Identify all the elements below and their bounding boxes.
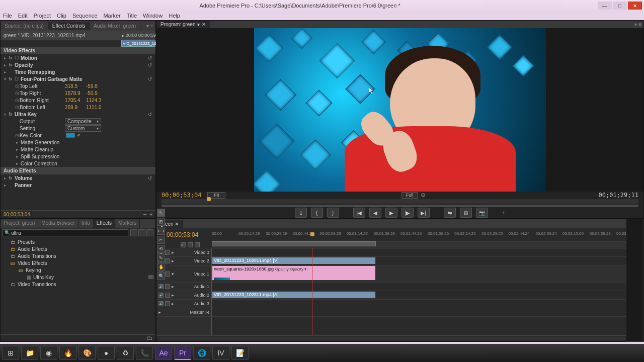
zoom-in-icon[interactable]: + <box>149 212 152 217</box>
twirl-icon[interactable]: ▸ <box>158 310 161 315</box>
start-button[interactable]: ⊞ <box>2 346 19 360</box>
folder-video-effects[interactable]: Video Effects <box>18 260 47 266</box>
track-mute-toggle[interactable]: 🔊 <box>158 284 164 289</box>
track-select-tool[interactable]: ⊞ <box>157 218 165 226</box>
extract-button[interactable]: ⊞ <box>460 208 472 218</box>
work-area[interactable] <box>212 241 376 246</box>
fx-badge-icon[interactable]: fx <box>8 76 14 81</box>
effect-panner[interactable]: Panner <box>14 183 153 188</box>
fx-badge-icon[interactable]: fx <box>8 112 14 117</box>
param-spill-suppression[interactable]: Spill Suppression <box>20 154 153 159</box>
menu-sequence[interactable]: Sequence <box>72 13 98 19</box>
obs-icon[interactable]: ● <box>98 346 115 360</box>
effect-garbage-matte[interactable]: Four-Point Garbage Matte <box>20 76 146 82</box>
reset-icon[interactable]: ↺ <box>146 62 153 68</box>
twirl-icon[interactable]: ▸ <box>15 154 20 159</box>
stopwatch-icon[interactable]: ◷ <box>15 105 20 110</box>
stopwatch-icon[interactable]: ◷ <box>15 83 20 88</box>
twirl-icon[interactable]: ▸ <box>3 183 8 188</box>
track-a3[interactable]: Audio 3 <box>194 301 209 306</box>
menu-clip[interactable]: Clip <box>57 13 66 19</box>
export-frame-button[interactable]: 📷 <box>476 208 488 218</box>
ec-mini-timeline[interactable]: VID_20131223_1028 <box>121 40 155 47</box>
after-effects-icon[interactable]: Ae <box>155 346 172 360</box>
fx-filter-icon[interactable] <box>138 229 145 236</box>
timeline-zoom-scrollbar[interactable] <box>156 335 643 341</box>
twirl-icon[interactable]: ▸ <box>15 140 20 145</box>
go-to-out-button[interactable]: ▶| <box>418 208 430 218</box>
twirl-icon[interactable]: ▸ <box>15 161 20 166</box>
play-button[interactable]: ▶ <box>385 208 397 218</box>
step-back-button[interactable]: ◀ <box>369 208 381 218</box>
track-v2[interactable]: Video 2 <box>194 258 209 263</box>
playhead-line[interactable] <box>312 248 312 335</box>
marker-toggle[interactable] <box>195 242 200 247</box>
effect-ultra-key[interactable]: Ultra Key <box>14 112 146 117</box>
razor-tool[interactable]: ✂ <box>157 236 165 244</box>
panel-menu-icon[interactable]: ▾ ≡ <box>144 23 155 29</box>
chrome-icon[interactable]: ◉ <box>40 346 57 360</box>
track-lock-toggle[interactable] <box>165 284 170 289</box>
menu-file[interactable]: File <box>3 13 12 19</box>
effects-search-input[interactable] <box>3 229 128 236</box>
mark-in-button[interactable]: { <box>311 208 323 218</box>
menu-marker[interactable]: Marker <box>103 13 120 19</box>
program-current-timecode[interactable]: 00;00;53;04 <box>162 192 201 199</box>
program-time-ruler[interactable] <box>162 200 638 204</box>
twirl-icon[interactable]: ▾ <box>3 77 8 81</box>
clip-video-2[interactable]: VID_20131223_102811.mp4 [V] <box>212 257 376 264</box>
zoom-slider[interactable]: ━ <box>143 212 146 217</box>
tab-markers[interactable]: Markers <box>115 219 140 228</box>
param-value[interactable]: 1705.4 <box>65 98 86 103</box>
hand-tool[interactable]: ✋ <box>157 263 165 271</box>
selection-tool[interactable]: ↖ <box>157 209 165 217</box>
reset-icon[interactable]: ↺ <box>146 112 153 117</box>
linked-selection-toggle[interactable] <box>188 242 193 247</box>
app-icon[interactable]: IV <box>212 346 229 360</box>
folder-video-transitions[interactable]: Video Transitions <box>18 282 56 287</box>
tab-media-browser[interactable]: Media Browser <box>38 219 78 228</box>
clip-audio-2[interactable]: VID_20131223_102811.mp4 [A] <box>212 291 376 299</box>
param-matte-generation[interactable]: Matte Generation <box>20 140 153 145</box>
effect-opacity[interactable]: Opacity <box>14 62 146 68</box>
twirl-icon[interactable]: ▾ <box>172 272 174 277</box>
blender-icon[interactable]: 🔥 <box>59 346 76 360</box>
mark-out-button[interactable]: } <box>327 208 339 218</box>
pen-tool[interactable]: ✎ <box>157 254 165 262</box>
twirl-icon[interactable]: ▸ <box>172 293 174 298</box>
track-a1[interactable]: Audio 1 <box>194 284 209 289</box>
program-viewer[interactable] <box>254 28 546 192</box>
file-explorer-icon[interactable]: 📁 <box>21 346 38 360</box>
close-button[interactable]: ✕ <box>628 2 642 10</box>
param-value[interactable]: -50.9 <box>86 90 107 96</box>
fx-filter-icon[interactable] <box>130 229 137 236</box>
premiere-icon[interactable]: Pr <box>174 346 191 360</box>
track-lock-toggle[interactable] <box>165 301 170 306</box>
tab-project[interactable]: Project: green <box>1 219 38 228</box>
param-value[interactable]: 318.5 <box>65 83 86 89</box>
track-v1[interactable]: Video 1 <box>194 272 209 277</box>
param-value[interactable]: -59.8 <box>86 83 107 89</box>
app-icon[interactable]: 🎨 <box>78 346 96 360</box>
new-bin-icon[interactable]: 🗀 <box>147 335 152 341</box>
track-master[interactable]: Master <box>190 310 204 315</box>
step-forward-button[interactable]: |▶ <box>401 208 414 218</box>
maximize-button[interactable]: □ <box>613 2 627 10</box>
key-color-swatch[interactable] <box>66 133 75 138</box>
menu-help[interactable]: Help <box>169 13 180 19</box>
twirl-icon[interactable]: ▸ <box>172 250 174 255</box>
tab-audio-mixer[interactable]: Audio Mixer: green <box>90 22 140 30</box>
output-dropdown[interactable]: Composite <box>65 118 101 125</box>
settings-icon[interactable]: ⚙ <box>421 192 426 199</box>
zoom-tool[interactable]: 🔍 <box>157 272 165 280</box>
stopwatch-icon[interactable]: ◷ <box>15 133 20 138</box>
folder-keying[interactable]: Keying <box>26 267 41 273</box>
menu-project[interactable]: Project <box>34 13 51 19</box>
twirl-icon[interactable]: ▾ <box>3 112 8 117</box>
track-a2[interactable]: Audio 2 <box>194 293 209 298</box>
dropdown-icon[interactable]: ▾ <box>197 22 200 27</box>
folder-audio-transitions[interactable]: Audio Transitions <box>18 253 56 259</box>
add-marker-button[interactable]: ⤓ <box>295 208 307 218</box>
twirl-icon[interactable]: ▸ <box>172 258 174 263</box>
utorrent-icon[interactable]: ♻ <box>117 346 134 360</box>
